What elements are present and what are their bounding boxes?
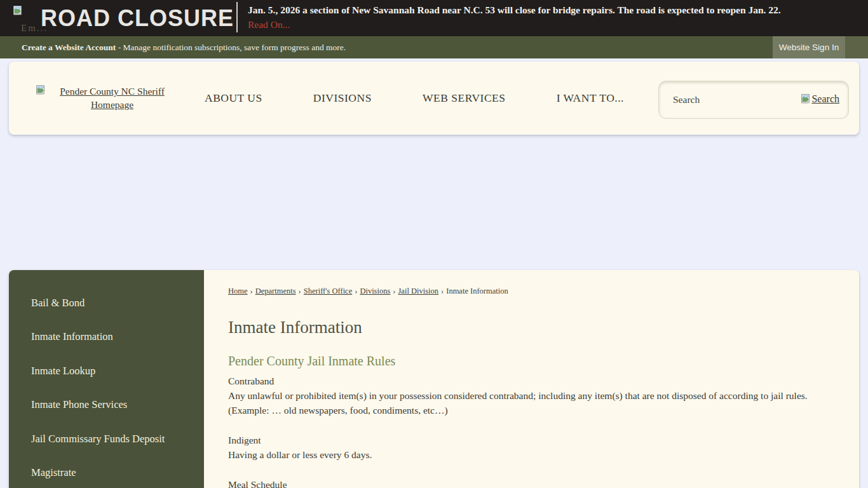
rule-text: Any unlawful or prohibited item(s) in yo… [228, 388, 846, 417]
rule-label: Contraband [228, 374, 846, 388]
sidebar-item-bail-and-bond[interactable]: Bail & Bond [9, 286, 204, 320]
rule-meal-schedule: Meal Schedule [228, 477, 846, 488]
search-box: Search [658, 81, 849, 119]
emergency-alert-banner: Em... ROAD CLOSURE Jan. 5., 2026 a secti… [0, 0, 868, 36]
breadcrumb-link-sheriffs-office[interactable]: Sheriff's Office [304, 287, 352, 295]
breadcrumb-separator: › [441, 287, 444, 295]
create-account-bold: Create a Website Account [22, 43, 116, 52]
read-on-link[interactable]: Read On... [248, 19, 290, 30]
breadcrumb-separator: › [299, 287, 301, 295]
rule-text: Having a dollar or less every 6 days. [228, 447, 846, 462]
breadcrumb-link-home[interactable]: Home [228, 287, 248, 295]
nav-item-web-services[interactable]: WEB SERVICES [423, 92, 506, 105]
sidebar-navigation: Bail & Bond Inmate Information Inmate Lo… [9, 270, 204, 488]
alert-title: ROAD CLOSURE [41, 0, 234, 36]
rule-label: Meal Schedule [228, 477, 846, 488]
sidebar-item-jail-commissary-funds-deposit[interactable]: Jail Commissary Funds Deposit [9, 422, 204, 456]
nav-item-i-want-to[interactable]: I WANT TO... [557, 92, 624, 105]
sidebar-item-inmate-information[interactable]: Inmate Information [9, 320, 204, 355]
rule-indigent: Indigent Having a dollar or less every 6… [228, 433, 846, 462]
sidebar-item-magistrate[interactable]: Magistrate [9, 456, 204, 488]
nav-item-divisions[interactable]: DIVISIONS [313, 92, 372, 105]
sidebar-item-inmate-phone-services[interactable]: Inmate Phone Services [9, 388, 204, 423]
breadcrumb-current: Inmate Information [446, 287, 508, 295]
page-title: Inmate Information [228, 318, 846, 337]
search-icon [801, 93, 810, 107]
page: Em... ROAD CLOSURE Jan. 5., 2026 a secti… [0, 0, 868, 488]
sidebar-item-inmate-lookup[interactable]: Inmate Lookup [9, 354, 204, 388]
breadcrumb: Home›Departments›Sheriff's Office›Divisi… [228, 287, 846, 296]
account-bar: Create a Website Account - Manage notifi… [0, 36, 868, 58]
website-sign-in-button[interactable]: Website Sign In [773, 36, 845, 58]
homepage-logo-link[interactable]: Pender County NC Sheriff Homepage [25, 85, 186, 111]
alert-text-block: Jan. 5., 2026 a section of New Savannah … [248, 4, 781, 30]
rule-contraband: Contraband Any unlawful or prohibited it… [228, 374, 846, 417]
breadcrumb-separator: › [393, 287, 395, 295]
sign-in-strip [845, 36, 868, 58]
search-button-label: Search [811, 93, 839, 105]
search-button[interactable]: Search [801, 93, 839, 107]
nav-item-about-us[interactable]: ABOUT US [205, 92, 262, 105]
breadcrumb-link-departments[interactable]: Departments [255, 287, 296, 295]
breadcrumb-link-jail-division[interactable]: Jail Division [398, 287, 439, 295]
search-input[interactable] [659, 81, 801, 118]
create-account-rest: - Manage notification subscriptions, sav… [116, 43, 346, 52]
content-card: Bail & Bond Inmate Information Inmate Lo… [9, 270, 859, 488]
section-heading: Pender County Jail Inmate Rules [228, 354, 846, 369]
alert-message: Jan. 5., 2026 a section of New Savannah … [248, 4, 781, 16]
breadcrumb-separator: › [355, 287, 357, 295]
rule-label: Indigent [228, 433, 846, 447]
site-header: Pender County NC Sheriff Homepage ABOUT … [9, 62, 859, 135]
banner-divider [236, 2, 238, 32]
main-content: Home›Departments›Sheriff's Office›Divisi… [204, 270, 859, 488]
create-account-link[interactable]: Create a Website Account - Manage notifi… [22, 36, 346, 58]
logo-alt-text: Pender County NC Sheriff Homepage [49, 85, 176, 111]
breadcrumb-separator: › [250, 287, 253, 295]
broken-image-icon [36, 85, 45, 98]
main-navigation: ABOUT US DIVISIONS WEB SERVICES I WANT T… [205, 62, 624, 135]
broken-image-icon [13, 5, 22, 18]
breadcrumb-link-divisions[interactable]: Divisions [360, 287, 390, 295]
